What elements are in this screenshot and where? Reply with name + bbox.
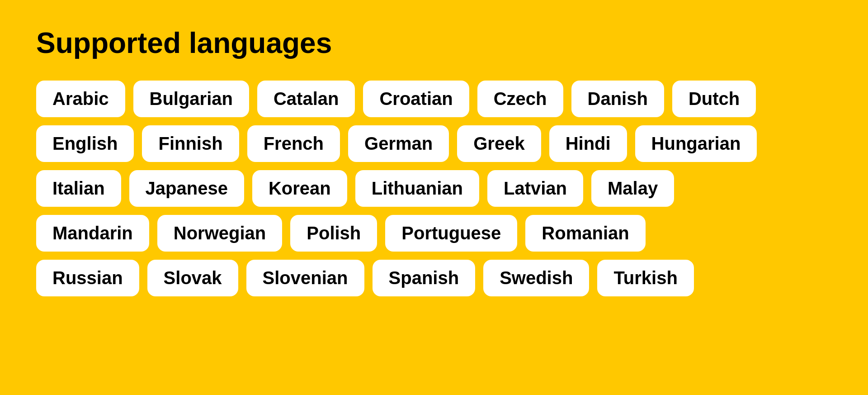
language-tag-arabic[interactable]: Arabic: [36, 81, 125, 117]
language-tag-danish[interactable]: Danish: [571, 81, 664, 117]
languages-grid: ArabicBulgarianCatalanCroatianCzechDanis…: [36, 81, 832, 296]
language-tag-hungarian[interactable]: Hungarian: [635, 125, 757, 162]
language-tag-russian[interactable]: Russian: [36, 260, 139, 296]
language-tag-norwegian[interactable]: Norwegian: [157, 215, 282, 252]
language-tag-bulgarian[interactable]: Bulgarian: [133, 81, 249, 117]
language-row-1: EnglishFinnishFrenchGermanGreekHindiHung…: [36, 125, 832, 162]
language-tag-turkish[interactable]: Turkish: [597, 260, 694, 296]
language-tag-malay[interactable]: Malay: [591, 170, 674, 207]
language-row-2: ItalianJapaneseKoreanLithuanianLatvianMa…: [36, 170, 832, 207]
language-tag-slovak[interactable]: Slovak: [147, 260, 238, 296]
language-tag-dutch[interactable]: Dutch: [672, 81, 756, 117]
language-tag-finnish[interactable]: Finnish: [142, 125, 239, 162]
language-tag-czech[interactable]: Czech: [477, 81, 563, 117]
page-title: Supported languages: [36, 27, 832, 59]
language-tag-greek[interactable]: Greek: [457, 125, 541, 162]
language-tag-italian[interactable]: Italian: [36, 170, 121, 207]
language-tag-english[interactable]: English: [36, 125, 134, 162]
language-tag-croatian[interactable]: Croatian: [363, 81, 469, 117]
language-tag-romanian[interactable]: Romanian: [525, 215, 645, 252]
language-tag-latvian[interactable]: Latvian: [487, 170, 583, 207]
language-row-4: RussianSlovakSlovenianSpanishSwedishTurk…: [36, 260, 832, 296]
language-tag-slovenian[interactable]: Slovenian: [246, 260, 364, 296]
language-tag-lithuanian[interactable]: Lithuanian: [355, 170, 479, 207]
language-tag-french[interactable]: French: [247, 125, 340, 162]
language-tag-korean[interactable]: Korean: [252, 170, 347, 207]
language-tag-mandarin[interactable]: Mandarin: [36, 215, 149, 252]
language-tag-catalan[interactable]: Catalan: [257, 81, 355, 117]
language-tag-german[interactable]: German: [348, 125, 449, 162]
language-row-3: MandarinNorwegianPolishPortugueseRomania…: [36, 215, 832, 252]
language-tag-swedish[interactable]: Swedish: [483, 260, 589, 296]
language-tag-polish[interactable]: Polish: [290, 215, 377, 252]
language-tag-spanish[interactable]: Spanish: [373, 260, 476, 296]
language-tag-hindi[interactable]: Hindi: [549, 125, 627, 162]
language-tag-portuguese[interactable]: Portuguese: [385, 215, 517, 252]
language-row-0: ArabicBulgarianCatalanCroatianCzechDanis…: [36, 81, 832, 117]
language-tag-japanese[interactable]: Japanese: [129, 170, 244, 207]
